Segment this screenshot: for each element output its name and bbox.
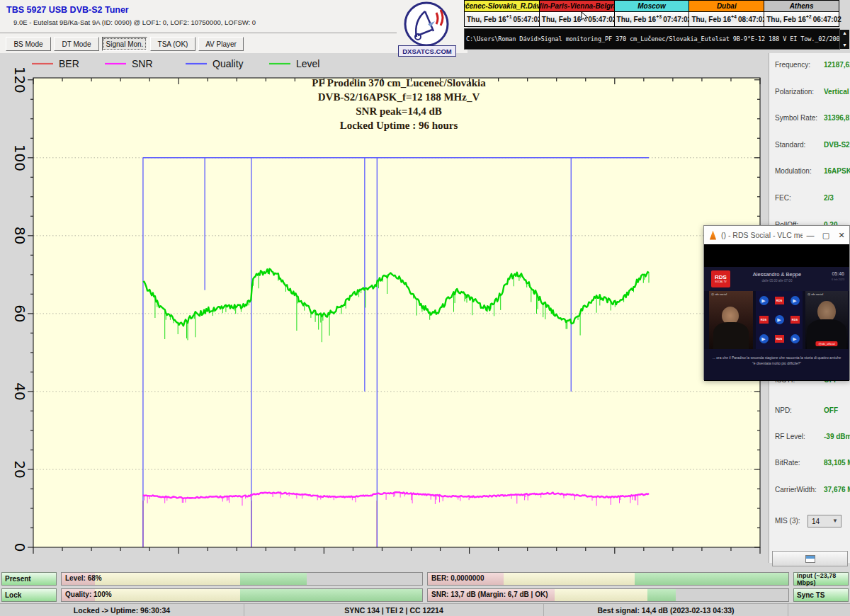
status-best-signal: Best signal: 14,4 dB (2023-02-13 04:33) <box>544 604 788 616</box>
svg-text:DVB-S2/16APSK_f=12 188 MHz_V: DVB-S2/16APSK_f=12 188 MHz_V <box>318 91 480 103</box>
status-uptime: Locked -> Uptime: 96:30:34 <box>0 604 244 616</box>
present-label: Present <box>5 575 31 583</box>
param-label: Frequency: <box>775 61 810 69</box>
svg-text:120: 120 <box>11 67 28 93</box>
rds-mini-logo: RDS <box>790 316 800 324</box>
param-row-modulation: Modulation:16APSK <box>769 167 850 178</box>
bar-zone <box>504 573 635 585</box>
param-label: CarrierWidth: <box>775 486 817 494</box>
tab-dt-mode[interactable]: DT Mode <box>54 37 99 51</box>
snr-bar: SNR: 13,7 dB (Margin: 6,7 dB | OK) <box>427 588 789 602</box>
status-bar: Locked -> Uptime: 96:30:34 SYNC 134 | TE… <box>0 603 850 616</box>
svg-text:PF Prodelin 370 cm_Lucenec/Slo: PF Prodelin 370 cm_Lucenec/Slovakia <box>312 77 486 89</box>
status-spacer <box>788 604 850 616</box>
bar-zone <box>95 573 240 585</box>
show-date: 6 feb 2023 <box>832 278 844 281</box>
param-value: DVB-S2 <box>824 141 850 149</box>
vlc-video-area[interactable]: RDS SOCIAL TV Alessandro & Beppe dalle 0… <box>704 244 849 381</box>
param-row-bitrate: BitRate:83,105 Mbit/s <box>769 459 850 469</box>
shoulders-left <box>713 322 749 349</box>
svg-text:100: 100 <box>11 144 28 171</box>
param-value: OFF <box>824 406 838 414</box>
clock-time: Thu, Feb 16+307:47:02 <box>615 12 689 26</box>
quality-bar-label: Quality: 100% <box>65 591 112 598</box>
capture-icon <box>805 555 815 563</box>
clock-lu-enec-slovakia-r-d-vid: Lučenec-Slovakia_R.DávidThu, Feb 16+105:… <box>465 1 540 26</box>
caption-line: ... ora che il Paradiso la seconda stagi… <box>704 355 849 360</box>
clock-moscow: MoscowThu, Feb 16+307:47:02 <box>615 1 690 26</box>
bar-zone <box>555 589 648 601</box>
mis-select[interactable]: 14 ▼ <box>808 515 842 527</box>
clock-time: Thu, Feb 16+408:47:02 <box>689 12 764 26</box>
svg-text:60: 60 <box>11 304 28 322</box>
show-title: Alessandro & Beppe <box>738 271 816 278</box>
stream-capture-button[interactable] <box>772 551 848 566</box>
bar-zone <box>240 589 422 601</box>
vlc-window[interactable]: () - RDS Social - VLC media ... — ▢ ✕ RD… <box>703 225 850 380</box>
param-value: 16APSK <box>824 167 850 175</box>
maximize-button[interactable]: ▢ <box>818 229 834 241</box>
rds-logo-subtext: SOCIAL TV <box>715 280 726 283</box>
param-row-polarization: Polarization:Vertical <box>769 88 850 98</box>
param-row-frequency: Frequency:12187,622 MHz <box>769 61 850 72</box>
svg-text:Quality: Quality <box>212 58 244 69</box>
scroll-spinner[interactable]: ▲▼ <box>840 30 849 49</box>
chevron-down-icon: ▼ <box>832 518 838 524</box>
vlc-cone-icon <box>709 231 717 240</box>
clock-name: Berlin-Paris-Vienna-Belgrade <box>540 1 614 12</box>
play-icon: ▶ <box>790 296 800 305</box>
clock-berlin-paris-vienna-belgrade: Berlin-Paris-Vienna-BelgradeThu, Feb 16+… <box>540 1 615 26</box>
handle-badge: @rds_official <box>815 341 837 346</box>
tab-signal-mon-[interactable]: Signal Mon. <box>102 37 147 51</box>
syncts-indicator: Sync TS <box>793 588 849 602</box>
chart-canvas: 020406080100120BERSNRQualityLevelPF Prod… <box>0 53 769 563</box>
bar-zone <box>635 573 788 585</box>
clock-name: Moscow <box>615 1 689 12</box>
app-title: TBS 5927 USB DVB-S2 Tuner <box>6 5 129 15</box>
svg-text:SNR peak=14,4 dB: SNR peak=14,4 dB <box>356 105 442 117</box>
play-icon: ▶ <box>759 296 769 305</box>
tab-tsa-ok-[interactable]: TSA (OK) <box>150 37 196 51</box>
show-time: 05:46 <box>832 271 844 276</box>
clock-name: Athens <box>764 1 839 12</box>
param-label: FEC: <box>775 194 791 202</box>
console-output[interactable]: C:\Users\Roman Dávid>Signal monitoring_P… <box>464 28 840 50</box>
mouse-cursor-icon <box>581 11 589 23</box>
divider <box>0 33 397 33</box>
rds-logo-text: RDS <box>715 275 727 280</box>
handle-text: @ rds social <box>711 292 727 296</box>
video-header-band: RDS SOCIAL TV Alessandro & Beppe dalle 0… <box>704 267 849 291</box>
svg-text:0: 0 <box>11 543 28 552</box>
svg-text:40: 40 <box>11 382 28 400</box>
tab-av-player[interactable]: AV Player <box>198 37 244 51</box>
minimize-button[interactable]: — <box>803 229 818 241</box>
param-label: Symbol Rate: <box>775 114 817 122</box>
mis-value: 14 <box>812 518 820 525</box>
lock-label: Lock <box>5 591 21 599</box>
snr-bar-label: SNR: 13,7 dB (Margin: 6,7 dB | OK) <box>431 591 548 598</box>
rds-mini-logo: RDS <box>759 316 769 324</box>
clock-athens: AthensThu, Feb 16+206:47:02 <box>764 1 839 26</box>
bar-zone <box>95 589 240 601</box>
param-label: NPD: <box>775 406 792 414</box>
tab-bs-mode[interactable]: BS Mode <box>6 37 51 51</box>
video-caption: ... ora che il Paradiso la seconda stagi… <box>704 349 849 380</box>
clock-time: Thu, Feb 16+105:47:02 <box>465 12 539 26</box>
app-window: TBS 5927 USB DVB-S2 Tuner 9.0E - Eutelsa… <box>0 0 850 616</box>
param-label: BitRate: <box>775 459 800 467</box>
level-bar: Level: 68% <box>61 572 423 586</box>
console-text: C:\Users\Roman Dávid>Signal monitoring_P… <box>465 35 840 42</box>
handle-text: @ rds social <box>808 292 823 296</box>
mode-tabs: BS ModeDT ModeSignal Mon.TSA (OK)AV Play… <box>6 37 244 51</box>
param-row-standard: Standard:DVB-S2 <box>769 141 850 152</box>
syncts-label: Sync TS <box>797 591 824 599</box>
vlc-titlebar[interactable]: () - RDS Social - VLC media ... — ▢ ✕ <box>704 226 849 244</box>
param-label: Polarization: <box>775 88 814 96</box>
param-value: -39 dBm <box>824 433 850 440</box>
clock-dubai: DubaiThu, Feb 16+408:47:02 <box>689 1 764 26</box>
bar-zone <box>240 573 307 585</box>
dxsatcs-logo-text: DXSATCS.COM <box>398 45 456 57</box>
param-row-carrierwidth: CarrierWidth:37,676 MHz <box>769 486 850 496</box>
svg-text:BER: BER <box>59 58 79 69</box>
close-button[interactable]: ✕ <box>834 229 849 241</box>
